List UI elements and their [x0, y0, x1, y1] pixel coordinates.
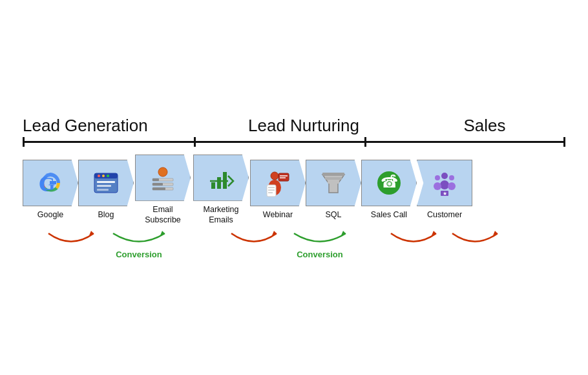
svg-rect-33 [322, 173, 344, 176]
svg-rect-9 [97, 181, 115, 183]
svg-text:★: ★ [443, 191, 447, 197]
svg-point-8 [107, 175, 109, 177]
curved-arrow-red-1 [45, 230, 97, 250]
svg-point-44 [448, 182, 456, 190]
sql-icon [319, 168, 348, 198]
conversions-row: Conversion Conversion [23, 230, 565, 259]
red-arrow-4 [449, 230, 501, 250]
step-label-sales-call: Sales Call [371, 209, 407, 220]
step-marketing-emails: Marketing Emails [192, 155, 250, 226]
step-label-customer: Customer [427, 209, 462, 220]
svg-rect-18 [152, 188, 165, 190]
diagram-container: Lead Generation Lead Nurturing Sales G [10, 109, 578, 266]
svg-rect-28 [267, 185, 276, 197]
conversion-2-container: Conversion [291, 230, 349, 259]
curved-arrow-green-2 [291, 230, 349, 250]
svg-rect-35 [328, 181, 339, 184]
conversion-label-1: Conversion [116, 250, 162, 259]
step-label-blog: Blog [98, 209, 114, 220]
google-icon: G G [36, 168, 65, 198]
svg-rect-16 [152, 183, 163, 186]
timeline [23, 141, 565, 143]
chevron-webinar [250, 160, 306, 206]
svg-rect-34 [325, 177, 342, 180]
step-label-marketing-emails: Marketing Emails [192, 204, 250, 226]
step-webinar: Webinar [250, 160, 306, 220]
tick-2 [364, 137, 366, 147]
svg-point-7 [102, 175, 105, 177]
customer-icon: ★ [430, 168, 459, 198]
svg-rect-14 [152, 178, 159, 181]
curved-arrow-red-3 [388, 230, 439, 250]
marketing-emails-icon [206, 163, 236, 193]
step-sales-call: ☎ $ Sales Call [361, 160, 417, 220]
step-label-sql: SQL [325, 209, 341, 220]
svg-rect-20 [217, 177, 221, 189]
chevron-blog [78, 160, 134, 206]
phase-lead-nurturing: Lead Nurturing [204, 116, 404, 136]
timeline-line [23, 141, 565, 143]
step-label-email-subscribe: Email Subscribe [134, 204, 192, 226]
conversion-label-2: Conversion [297, 250, 343, 259]
step-label-webinar: Webinar [263, 209, 293, 220]
email-subscribe-icon [148, 163, 178, 193]
webinar-icon [263, 168, 293, 198]
svg-point-41 [435, 175, 440, 180]
curved-arrow-red-4 [449, 230, 501, 250]
curved-arrow-red-2 [228, 230, 280, 250]
chevron-sales-call: ☎ $ [361, 160, 417, 206]
svg-rect-10 [97, 185, 111, 187]
svg-rect-24 [278, 173, 289, 181]
chevron-google: G G [23, 160, 78, 206]
svg-point-42 [434, 182, 441, 190]
svg-point-6 [98, 175, 100, 177]
sales-call-icon: ☎ $ [374, 168, 404, 198]
step-blog: Blog [78, 160, 134, 220]
red-arrow-1 [45, 230, 97, 250]
tick-end [563, 137, 565, 147]
tick-1 [194, 137, 196, 147]
step-email-subscribe: Email Subscribe [134, 155, 192, 226]
svg-text:$: $ [390, 173, 396, 184]
curved-arrow-green-1 [110, 230, 168, 250]
svg-rect-11 [97, 189, 109, 191]
chevron-marketing-emails [193, 155, 249, 201]
chevron-sql [306, 160, 361, 206]
chevron-customer: ★ [417, 160, 472, 206]
svg-point-23 [271, 172, 278, 180]
red-arrow-2 [228, 230, 280, 250]
phase-lead-generation: Lead Generation [23, 116, 204, 136]
step-customer: ★ Customer [417, 160, 472, 220]
chevron-email-subscribe [135, 155, 191, 201]
phase-labels: Lead Generation Lead Nurturing Sales [23, 116, 565, 136]
svg-rect-3 [50, 181, 56, 184]
step-google: G G Google [23, 160, 78, 220]
svg-point-40 [440, 180, 449, 189]
blog-icon [91, 168, 121, 198]
phase-sales: Sales [404, 116, 565, 136]
step-label-google: Google [37, 209, 63, 220]
svg-point-12 [158, 167, 167, 177]
red-arrow-3 [388, 230, 439, 250]
svg-rect-19 [211, 182, 215, 189]
svg-point-43 [449, 175, 454, 180]
svg-point-39 [441, 173, 448, 179]
conversion-1-container: Conversion [110, 230, 168, 259]
step-sql: SQL [306, 160, 361, 220]
steps-row: G G Google [23, 155, 565, 226]
